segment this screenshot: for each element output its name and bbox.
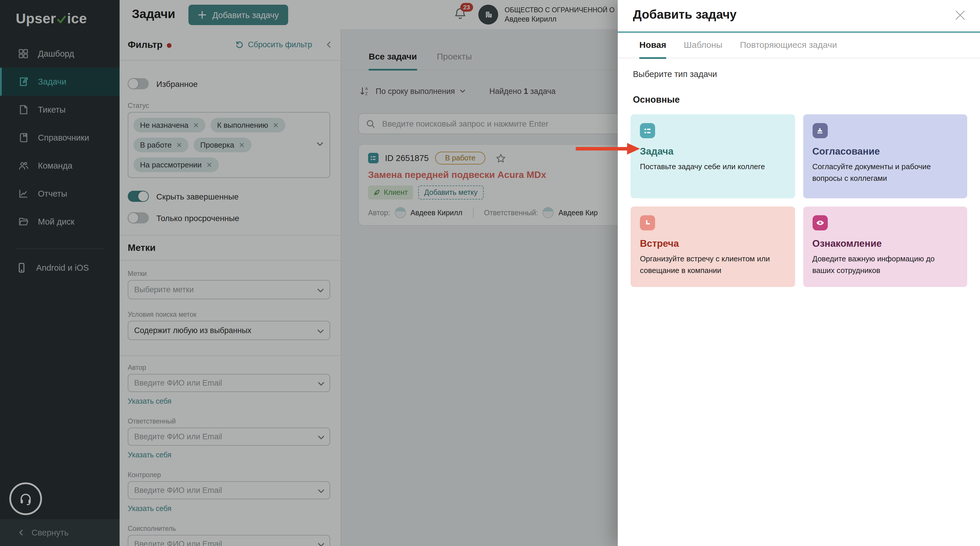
type-card-desc: Согласуйте документы и рабочие вопросы с… (812, 161, 958, 184)
approval-stamp-icon (812, 123, 827, 138)
modal-tab-recurring[interactable]: Повторяющиеся задачи (740, 40, 837, 58)
type-card-title: Встреча (640, 238, 786, 249)
modal-tab-templates[interactable]: Шаблоны (684, 40, 722, 58)
review-eye-icon (812, 215, 827, 231)
type-card-title: Задача (640, 146, 786, 157)
app-root: Upser ice Дашборд Задачи (0, 0, 980, 546)
modal-subtitle: Выберите тип задачи (633, 69, 717, 79)
type-card-desc: Поставьте задачу себе или коллеге (640, 161, 786, 172)
type-card-desc: Организуйте встречу с клиентом или совещ… (640, 253, 786, 276)
modal-accent-line (618, 32, 980, 33)
task-type-card-task[interactable]: Задача Поставьте задачу себе или коллеге (631, 114, 795, 198)
task-type-card-meeting[interactable]: Встреча Организуйте встречу с клиентом и… (631, 207, 795, 287)
task-type-icon (640, 123, 655, 138)
modal-tabbar: Новая Шаблоны Повторяющиеся задачи (618, 40, 980, 58)
modal-section-title: Основные (633, 94, 680, 105)
type-card-title: Ознакомление (812, 238, 958, 249)
meeting-clock-icon (640, 215, 655, 231)
modal-tab-new[interactable]: Новая (640, 40, 666, 59)
type-card-desc: Доведите важную информацию до ваших сотр… (812, 253, 958, 276)
type-card-title: Согласование (812, 146, 958, 157)
modal-title: Добавить задачу (633, 8, 737, 22)
task-type-card-approval[interactable]: Согласование Согласуйте документы и рабо… (803, 114, 967, 198)
task-type-grid: Задача Поставьте задачу себе или коллеге… (631, 114, 967, 287)
add-task-modal: Добавить задачу Новая Шаблоны Повторяющи… (618, 0, 980, 546)
task-type-card-review[interactable]: Ознакомление Доведите важную информацию … (803, 207, 967, 287)
close-icon[interactable] (953, 8, 967, 22)
